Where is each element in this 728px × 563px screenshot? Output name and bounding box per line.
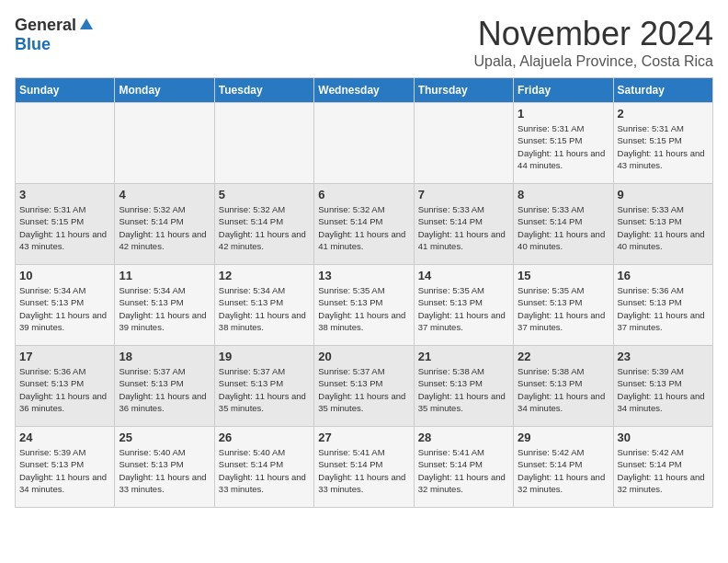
header-thursday: Thursday: [414, 78, 513, 103]
day-number: 2: [618, 107, 709, 121]
calendar-cell: [214, 103, 313, 184]
day-info: Sunrise: 5:41 AMSunset: 5:14 PMDaylight:…: [318, 446, 409, 495]
day-info: Sunrise: 5:42 AMSunset: 5:14 PMDaylight:…: [518, 446, 609, 495]
calendar-cell: [115, 103, 214, 184]
svg-marker-0: [80, 18, 93, 29]
header-sunday: Sunday: [16, 78, 115, 103]
day-number: 25: [119, 431, 210, 444]
calendar-cell: [414, 103, 513, 184]
weekday-header-row: Sunday Monday Tuesday Wednesday Thursday…: [16, 78, 713, 103]
day-number: 26: [219, 431, 310, 444]
day-info: Sunrise: 5:37 AMSunset: 5:13 PMDaylight:…: [318, 365, 409, 414]
calendar-week-3: 10Sunrise: 5:34 AMSunset: 5:13 PMDayligh…: [16, 265, 713, 346]
logo-general: General: [15, 16, 76, 35]
calendar-cell: 6Sunrise: 5:32 AMSunset: 5:14 PMDaylight…: [314, 184, 414, 265]
location-title: Upala, Alajuela Province, Costa Rica: [473, 53, 713, 70]
month-title: November 2024: [473, 15, 713, 53]
day-number: 18: [119, 350, 210, 363]
day-info: Sunrise: 5:35 AMSunset: 5:13 PMDaylight:…: [518, 284, 609, 333]
day-info: Sunrise: 5:37 AMSunset: 5:13 PMDaylight:…: [219, 365, 310, 414]
day-info: Sunrise: 5:31 AMSunset: 5:15 PMDaylight:…: [518, 122, 609, 171]
calendar-week-4: 17Sunrise: 5:36 AMSunset: 5:13 PMDayligh…: [16, 346, 713, 427]
day-info: Sunrise: 5:32 AMSunset: 5:14 PMDaylight:…: [119, 203, 210, 252]
calendar-table: Sunday Monday Tuesday Wednesday Thursday…: [15, 77, 713, 508]
day-info: Sunrise: 5:34 AMSunset: 5:13 PMDaylight:…: [19, 284, 110, 333]
day-number: 4: [119, 188, 210, 201]
day-number: 12: [219, 269, 310, 282]
calendar-cell: 12Sunrise: 5:34 AMSunset: 5:13 PMDayligh…: [214, 265, 313, 346]
logo-blue: Blue: [15, 35, 51, 53]
calendar-cell: 4Sunrise: 5:32 AMSunset: 5:14 PMDaylight…: [115, 184, 214, 265]
calendar-cell: 10Sunrise: 5:34 AMSunset: 5:13 PMDayligh…: [16, 265, 115, 346]
calendar-cell: 13Sunrise: 5:35 AMSunset: 5:13 PMDayligh…: [314, 265, 414, 346]
day-info: Sunrise: 5:40 AMSunset: 5:13 PMDaylight:…: [119, 446, 210, 495]
day-info: Sunrise: 5:35 AMSunset: 5:13 PMDaylight:…: [318, 284, 409, 333]
day-number: 29: [518, 431, 609, 444]
calendar-cell: 24Sunrise: 5:39 AMSunset: 5:13 PMDayligh…: [16, 427, 115, 508]
calendar-cell: 16Sunrise: 5:36 AMSunset: 5:13 PMDayligh…: [613, 265, 712, 346]
day-number: 6: [318, 188, 409, 201]
logo-triangle-icon: [78, 15, 95, 31]
logo: General Blue: [15, 15, 95, 54]
day-info: Sunrise: 5:34 AMSunset: 5:13 PMDaylight:…: [219, 284, 310, 333]
header-wednesday: Wednesday: [314, 78, 414, 103]
header-friday: Friday: [514, 78, 613, 103]
day-info: Sunrise: 5:31 AMSunset: 5:15 PMDaylight:…: [618, 122, 709, 171]
day-info: Sunrise: 5:38 AMSunset: 5:13 PMDaylight:…: [518, 365, 609, 414]
day-info: Sunrise: 5:32 AMSunset: 5:14 PMDaylight:…: [219, 203, 310, 252]
day-number: 13: [318, 269, 409, 282]
day-number: 11: [119, 269, 210, 282]
calendar-week-5: 24Sunrise: 5:39 AMSunset: 5:13 PMDayligh…: [16, 427, 713, 508]
day-number: 24: [19, 431, 110, 444]
day-number: 22: [518, 350, 609, 363]
calendar-week-2: 3Sunrise: 5:31 AMSunset: 5:15 PMDaylight…: [16, 184, 713, 265]
day-info: Sunrise: 5:33 AMSunset: 5:14 PMDaylight:…: [518, 203, 609, 252]
day-number: 10: [19, 269, 110, 282]
day-number: 16: [618, 269, 709, 282]
day-number: 21: [418, 350, 509, 363]
calendar-cell: [314, 103, 414, 184]
header-saturday: Saturday: [613, 78, 712, 103]
day-info: Sunrise: 5:34 AMSunset: 5:13 PMDaylight:…: [119, 284, 210, 333]
day-info: Sunrise: 5:36 AMSunset: 5:13 PMDaylight:…: [618, 284, 709, 333]
calendar-cell: 18Sunrise: 5:37 AMSunset: 5:13 PMDayligh…: [115, 346, 214, 427]
day-number: 7: [418, 188, 509, 201]
day-info: Sunrise: 5:39 AMSunset: 5:13 PMDaylight:…: [618, 365, 709, 414]
calendar-body: 1Sunrise: 5:31 AMSunset: 5:15 PMDaylight…: [16, 103, 713, 508]
day-number: 17: [19, 350, 110, 363]
calendar-cell: 19Sunrise: 5:37 AMSunset: 5:13 PMDayligh…: [214, 346, 313, 427]
day-info: Sunrise: 5:33 AMSunset: 5:14 PMDaylight:…: [418, 203, 509, 252]
calendar-cell: 26Sunrise: 5:40 AMSunset: 5:14 PMDayligh…: [214, 427, 313, 508]
day-info: Sunrise: 5:33 AMSunset: 5:13 PMDaylight:…: [618, 203, 709, 252]
calendar-cell: 2Sunrise: 5:31 AMSunset: 5:15 PMDaylight…: [613, 103, 712, 184]
day-number: 20: [318, 350, 409, 363]
calendar-cell: 9Sunrise: 5:33 AMSunset: 5:13 PMDaylight…: [613, 184, 712, 265]
calendar-cell: 20Sunrise: 5:37 AMSunset: 5:13 PMDayligh…: [314, 346, 414, 427]
day-number: 23: [618, 350, 709, 363]
page-header: General Blue November 2024 Upala, Alajue…: [15, 15, 713, 70]
calendar-cell: 15Sunrise: 5:35 AMSunset: 5:13 PMDayligh…: [514, 265, 613, 346]
calendar-cell: 22Sunrise: 5:38 AMSunset: 5:13 PMDayligh…: [514, 346, 613, 427]
calendar-cell: 30Sunrise: 5:42 AMSunset: 5:14 PMDayligh…: [613, 427, 712, 508]
day-number: 5: [219, 188, 310, 201]
day-info: Sunrise: 5:41 AMSunset: 5:14 PMDaylight:…: [418, 446, 509, 495]
day-info: Sunrise: 5:39 AMSunset: 5:13 PMDaylight:…: [19, 446, 110, 495]
day-number: 9: [618, 188, 709, 201]
day-number: 8: [518, 188, 609, 201]
calendar-cell: 25Sunrise: 5:40 AMSunset: 5:13 PMDayligh…: [115, 427, 214, 508]
day-info: Sunrise: 5:35 AMSunset: 5:13 PMDaylight:…: [418, 284, 509, 333]
day-number: 28: [418, 431, 509, 444]
day-info: Sunrise: 5:42 AMSunset: 5:14 PMDaylight:…: [618, 446, 709, 495]
day-number: 27: [318, 431, 409, 444]
calendar-cell: 3Sunrise: 5:31 AMSunset: 5:15 PMDaylight…: [16, 184, 115, 265]
calendar-cell: [16, 103, 115, 184]
header-monday: Monday: [115, 78, 214, 103]
day-number: 14: [418, 269, 509, 282]
day-number: 1: [518, 107, 609, 121]
calendar-cell: 11Sunrise: 5:34 AMSunset: 5:13 PMDayligh…: [115, 265, 214, 346]
calendar-cell: 7Sunrise: 5:33 AMSunset: 5:14 PMDaylight…: [414, 184, 513, 265]
day-number: 30: [618, 431, 709, 444]
day-info: Sunrise: 5:36 AMSunset: 5:13 PMDaylight:…: [19, 365, 110, 414]
day-info: Sunrise: 5:37 AMSunset: 5:13 PMDaylight:…: [119, 365, 210, 414]
day-info: Sunrise: 5:31 AMSunset: 5:15 PMDaylight:…: [19, 203, 110, 252]
